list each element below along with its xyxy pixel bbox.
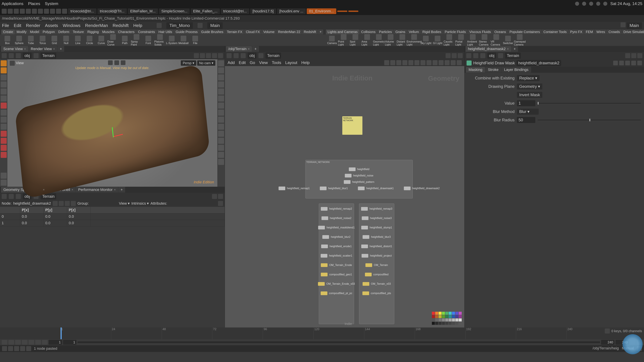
launcher-icon[interactable] xyxy=(20,9,25,14)
task-button[interactable]: [houdini17.5] xyxy=(250,8,276,14)
handle-tool-icon[interactable] xyxy=(1,67,7,73)
snap2-icon[interactable] xyxy=(206,53,211,58)
node[interactable]: heightfield_maskblend1 xyxy=(318,226,355,229)
shelf-tab[interactable]: Terrain FX xyxy=(225,29,244,34)
perf-monitor-tab[interactable]: Performance Monitor× xyxy=(76,187,118,193)
palette-swatch[interactable] xyxy=(445,322,448,325)
task-button-active[interactable]: 01_Environm... xyxy=(307,8,336,14)
radius-input[interactable]: 50 xyxy=(517,117,535,123)
palette-swatch[interactable] xyxy=(438,322,442,325)
view-select[interactable]: View ▾ xyxy=(119,201,130,206)
palette-swatch[interactable] xyxy=(445,315,448,318)
snap-face-icon[interactable] xyxy=(1,145,7,151)
home-icon[interactable] xyxy=(241,53,246,58)
network-tool-icon[interactable] xyxy=(457,60,462,65)
shelf-tab[interactable]: Populate Containers xyxy=(508,29,542,34)
shelf-tool[interactable]: Line xyxy=(72,36,84,45)
shelf-tab[interactable]: Pyro FX xyxy=(568,29,584,34)
desktop-name-right[interactable]: Main xyxy=(626,22,642,29)
palette-swatch[interactable] xyxy=(448,322,452,325)
back-icon[interactable] xyxy=(226,53,232,58)
snap-icon[interactable] xyxy=(200,53,205,58)
clock[interactable]: Sat 24 Aug, 14:25 xyxy=(610,1,642,6)
shelf-tab[interactable]: Crowds xyxy=(607,29,622,34)
folder-icon[interactable] xyxy=(34,53,38,58)
steam-tray-icon[interactable] xyxy=(575,2,579,6)
shelf-tool[interactable]: Font xyxy=(142,36,154,45)
add-tab[interactable]: + xyxy=(252,46,259,52)
keys-icon[interactable] xyxy=(605,329,610,334)
intrinsics-select[interactable]: Intrinsics ▾ xyxy=(131,201,149,206)
display-opt-icon[interactable] xyxy=(218,103,224,109)
display-opt-icon[interactable] xyxy=(218,159,224,165)
display-opt-icon[interactable] xyxy=(218,138,224,144)
column-header[interactable]: P[y] xyxy=(44,207,67,213)
pin-icon[interactable] xyxy=(212,194,217,199)
go-menu[interactable]: Go xyxy=(250,60,255,65)
viewport[interactable]: View Update mode is Manual. View may be … xyxy=(8,59,217,187)
node[interactable]: OM_Terrain_v03 xyxy=(362,282,391,286)
task-button[interactable]: EliteFallen_M... xyxy=(128,8,158,14)
color-palette[interactable] xyxy=(432,312,462,325)
display-opt-icon[interactable] xyxy=(218,110,224,116)
launcher-icon[interactable] xyxy=(14,9,19,14)
shelf-tab[interactable]: FEM xyxy=(584,29,594,34)
shelf-tab[interactable]: Grains xyxy=(394,29,407,34)
first-frame-button[interactable] xyxy=(2,340,8,345)
cell[interactable]: 0 xyxy=(0,213,20,220)
layout-menu[interactable]: Layout xyxy=(285,60,297,65)
add-tab[interactable]: + xyxy=(118,187,125,193)
shelf-tool[interactable]: Spot Light xyxy=(350,34,361,46)
menu-icon[interactable] xyxy=(637,53,642,58)
edit-menu[interactable]: Edit xyxy=(239,60,246,65)
expand-icon[interactable] xyxy=(631,53,636,58)
network-tab[interactable]: /obj/Terrain× xyxy=(226,46,252,52)
launcher-icon[interactable] xyxy=(26,9,31,14)
cell[interactable]: 0.0 xyxy=(20,220,44,226)
display-opt-icon[interactable] xyxy=(218,74,224,80)
network-group-top[interactable]: TERRAIN_NETWORK heightfield heightfield_… xyxy=(306,160,413,198)
camera-select[interactable]: No cam ▾ xyxy=(197,60,215,66)
shelf-tool[interactable]: Distant Light xyxy=(397,34,408,46)
value-slider[interactable] xyxy=(538,103,641,104)
palette-swatch[interactable] xyxy=(455,315,458,318)
display-opt-icon[interactable] xyxy=(218,67,224,73)
view-tool-icon[interactable] xyxy=(121,60,126,65)
column-header[interactable]: P[z] xyxy=(67,207,90,213)
palette-swatch[interactable] xyxy=(452,322,455,325)
task-button[interactable]: tricecold@tri... xyxy=(68,8,96,14)
shelf-tool[interactable]: Portal Light xyxy=(455,34,467,46)
shelf-tab[interactable]: Guide Brushes xyxy=(200,29,225,34)
palette-swatch[interactable] xyxy=(448,312,452,315)
arrow-tool-icon[interactable] xyxy=(1,81,7,87)
palette-swatch[interactable] xyxy=(455,322,458,325)
display-opt-icon[interactable] xyxy=(218,95,224,102)
shelf-tool[interactable]: Geometry Light xyxy=(373,34,384,46)
play-button[interactable] xyxy=(28,340,34,345)
palette-swatch[interactable] xyxy=(442,312,445,315)
invert-mask-button[interactable]: Invert Mask xyxy=(517,92,542,98)
view-tool-icon[interactable] xyxy=(114,60,119,65)
render-menu[interactable]: Render xyxy=(26,23,40,28)
cell[interactable]: 0.0 xyxy=(44,220,67,226)
next-key-button[interactable] xyxy=(35,340,41,345)
os-menu-applications[interactable]: Applications xyxy=(2,1,23,6)
network-tool-icon[interactable] xyxy=(444,60,450,65)
shelf-tab[interactable]: Drive Simulation xyxy=(622,29,644,34)
node[interactable]: compoutfiled_pts xyxy=(362,292,391,295)
shelf-tab[interactable]: Lights and Cameras xyxy=(326,29,359,34)
node[interactable]: heightfield_noise3 xyxy=(362,216,392,220)
shelf-tool[interactable]: Grid xyxy=(49,36,60,45)
os-menu-places[interactable]: Places xyxy=(28,1,40,6)
shelf-tool[interactable]: Tube xyxy=(25,36,36,45)
shelf-tool[interactable]: Curve xyxy=(96,36,107,45)
shelf-tab[interactable]: Hair Utils xyxy=(157,29,174,34)
status-icon[interactable] xyxy=(8,346,13,351)
camera-icon[interactable] xyxy=(10,61,15,66)
shelf-tool[interactable]: Sky Light xyxy=(420,36,432,45)
palette-swatch[interactable] xyxy=(459,315,462,318)
palette-swatch[interactable] xyxy=(452,319,455,322)
shelf-tab[interactable]: Container Tools xyxy=(542,29,568,34)
node[interactable]: heightfield_noise xyxy=(345,174,373,177)
network-tool-icon[interactable] xyxy=(426,60,432,65)
